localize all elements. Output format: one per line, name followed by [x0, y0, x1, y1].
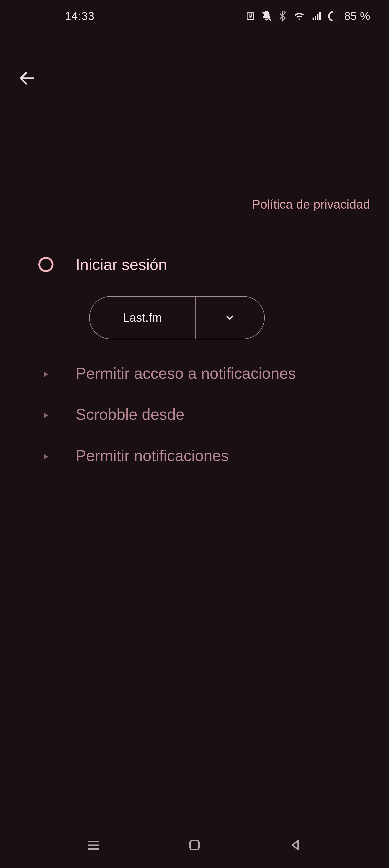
step-login[interactable]: Iniciar sesión [35, 255, 370, 275]
square-outline-icon [188, 838, 201, 852]
step-notification-access-label: Permitir acceso a notificaciones [76, 364, 370, 383]
status-bar: 14:33 85 % [0, 0, 389, 32]
step-allow-notifications-label: Permitir notificaciones [76, 446, 370, 466]
step-scrobble-from-label: Scrobble desde [76, 405, 370, 424]
step-notification-access[interactable]: Permitir acceso a notificaciones [35, 364, 370, 383]
dropdown-caret-area[interactable] [196, 297, 264, 339]
privacy-policy-link[interactable]: Política de privacidad [252, 197, 370, 212]
step-indicator-pending-icon [44, 413, 48, 418]
svg-marker-6 [293, 840, 298, 849]
battery-text: 85 % [344, 10, 370, 23]
step-allow-notifications[interactable]: Permitir notificaciones [35, 446, 370, 466]
mute-icon [261, 10, 272, 22]
triangle-left-icon [288, 838, 302, 852]
wifi-icon [293, 10, 306, 22]
nav-recents-button[interactable] [83, 834, 105, 856]
chevron-down-icon [224, 312, 235, 323]
arrow-left-icon [18, 69, 36, 88]
svg-rect-5 [190, 840, 199, 849]
nav-home-button[interactable] [184, 834, 205, 856]
step-indicator-active-icon [38, 257, 54, 272]
status-indicators: 85 % [245, 10, 370, 23]
nfc-icon [245, 10, 256, 22]
back-button[interactable] [16, 67, 38, 89]
menu-lines-icon [86, 838, 101, 852]
step-indicator-pending-icon [44, 454, 48, 459]
signal-icon [311, 11, 323, 22]
step-indicator-pending-icon [44, 372, 48, 377]
nav-back-button[interactable] [284, 834, 306, 856]
system-nav-bar [0, 822, 389, 868]
step-scrobble-from[interactable]: Scrobble desde [35, 405, 370, 424]
login-service-selected: Last.fm [90, 297, 195, 339]
battery-ring-icon [327, 10, 339, 22]
bluetooth-icon [277, 11, 288, 22]
status-time: 14:33 [65, 10, 94, 23]
onboarding-steps: Iniciar sesión Last.fm Permitir acceso a… [0, 255, 389, 465]
step-login-label: Iniciar sesión [76, 255, 370, 275]
login-service-dropdown[interactable]: Last.fm [89, 296, 265, 339]
